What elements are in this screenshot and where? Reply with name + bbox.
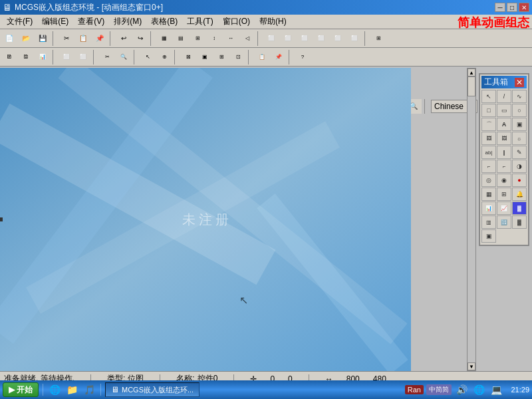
tray-icon-3[interactable]: 💻 (489, 382, 503, 397)
tb-btn4[interactable]: ↕ (206, 31, 222, 46)
tool-dot[interactable]: ● (512, 174, 527, 187)
tray-icon-1[interactable]: 🔊 (454, 382, 469, 397)
tb-btn3[interactable]: ⊞ (190, 31, 205, 46)
menu-array[interactable]: 排列(M) (110, 15, 146, 29)
tool-half-circle[interactable]: ◑ (512, 160, 527, 173)
toolbox-close-button[interactable]: ✕ (515, 78, 524, 87)
tool-highlight[interactable]: ▓ (512, 201, 527, 215)
tool-num[interactable]: 🔢 (497, 215, 511, 229)
tb2-btn16[interactable]: ? (295, 50, 311, 65)
tb-cut[interactable]: ✂ (59, 31, 74, 46)
tb2-btn5[interactable]: ⬜ (75, 50, 91, 65)
tb2-btn14[interactable]: 📋 (254, 50, 270, 65)
active-task-button[interactable]: 🖥 MCGS嵌入版组态环... (105, 382, 200, 397)
tb-btn12[interactable]: ⬜ (346, 31, 362, 46)
tool-grid1[interactable]: ▦ (481, 188, 496, 201)
menu-window[interactable]: 窗口(O) (219, 15, 254, 29)
ran-indicator[interactable]: Ran (405, 385, 424, 394)
tb-btn6[interactable]: ◁ (239, 31, 255, 46)
tray-icon-2[interactable]: 🌐 (471, 382, 486, 397)
tb-btn5[interactable]: ↔ (223, 31, 239, 46)
tool-grid2[interactable]: ⊞ (497, 188, 511, 201)
tool-chart1[interactable]: 📊 (481, 201, 496, 215)
tool-ellipse[interactable]: ○ (512, 104, 527, 117)
scroll-down-arrow[interactable]: ▼ (467, 362, 475, 370)
tool-table[interactable]: ▥ (481, 215, 496, 229)
ran-text: Ran (408, 386, 421, 394)
menu-file[interactable]: 文件(F) (3, 15, 37, 29)
maximize-button[interactable]: □ (507, 3, 517, 12)
tool-rect[interactable]: □ (481, 104, 496, 117)
tb2-btn15[interactable]: 📌 (271, 50, 287, 65)
tool-line[interactable]: / (497, 90, 511, 103)
tb2-btn6[interactable]: ✂ (99, 50, 115, 65)
start-button[interactable]: ▶ 开始 (3, 382, 39, 397)
quick-launch-media[interactable]: 🎵 (82, 382, 96, 397)
scroll-up-arrow[interactable]: ▲ (467, 68, 475, 76)
tool-component1[interactable]: 🖼 (481, 132, 496, 145)
tb-btn1[interactable]: ▦ (156, 31, 172, 46)
toolbox-title: 工具箱 ✕ (481, 76, 527, 88)
title-bar-controls[interactable]: ─ □ ✕ (495, 3, 529, 12)
tool-component3[interactable]: ☼ (512, 132, 527, 145)
tool-curve[interactable]: ∿ (512, 90, 527, 103)
tb-open[interactable]: 📂 (18, 31, 34, 46)
tb-new[interactable]: 📄 (1, 31, 17, 46)
main-canvas-area[interactable]: 未 注 册 ↖ (0, 68, 411, 371)
tool-bell[interactable]: 🔔 (512, 188, 527, 201)
tool-arc[interactable]: ⌒ (481, 118, 496, 131)
scroll-track[interactable] (467, 76, 475, 362)
tb2-btn9[interactable]: ⊕ (156, 50, 172, 65)
tool-select[interactable]: ↖ (481, 90, 496, 103)
tool-image2[interactable]: ▣ (481, 229, 496, 243)
menu-edit[interactable]: 编辑(E) (38, 15, 72, 29)
tb2-btn12[interactable]: ⊞ (213, 50, 229, 65)
tb2-btn4[interactable]: ⬜ (59, 50, 74, 65)
tool-component2[interactable]: 🖼 (497, 132, 511, 145)
tb2-btn1[interactable]: 🖹 (1, 50, 17, 65)
tb2-btn3[interactable]: 📊 (35, 50, 51, 65)
tb-btn9[interactable]: ⬜ (297, 31, 313, 46)
tb-btn10[interactable]: ⬜ (313, 31, 329, 46)
ime-indicator[interactable]: 中简简 (426, 384, 452, 395)
tb2-btn7[interactable]: 🔍 (116, 50, 132, 65)
tb2-btn2[interactable]: 🖺 (18, 50, 34, 65)
quick-launch-folder[interactable]: 📁 (65, 382, 79, 397)
tb-paste[interactable]: 📌 (92, 31, 108, 46)
tb2-btn13[interactable]: ⊡ (230, 50, 246, 65)
minimize-button[interactable]: ─ (495, 3, 505, 12)
tb-undo[interactable]: ↩ (116, 31, 132, 46)
tool-circle2[interactable]: ◉ (497, 174, 511, 187)
tb2-btn11[interactable]: ▣ (197, 50, 213, 65)
tb-save[interactable]: 💾 (35, 31, 51, 46)
tool-chart2[interactable]: 📈 (497, 201, 511, 215)
tool-input-box[interactable]: ab| (481, 146, 496, 159)
tb-copy[interactable]: 📋 (75, 31, 91, 46)
tb-btn7[interactable]: ⬜ (263, 31, 279, 46)
tool-image[interactable]: ▣ (512, 118, 527, 131)
tb2-btn10[interactable]: ⊠ (180, 50, 196, 65)
tb-btn13[interactable]: ⊞ (370, 31, 386, 46)
tool-angle2[interactable]: ⌐ (497, 160, 511, 173)
tool-circle1[interactable]: ◎ (481, 174, 496, 187)
tb-redo[interactable]: ↪ (132, 31, 148, 46)
main-scrollbar[interactable]: ▲ ▼ (467, 68, 476, 371)
tool-meter[interactable]: ‖ (497, 146, 511, 159)
tool-rounded-rect[interactable]: ▭ (497, 104, 511, 117)
tb2-btn8[interactable]: ↖ (140, 50, 156, 65)
close-button[interactable]: ✕ (519, 3, 529, 12)
tool-pen[interactable]: ✎ (512, 146, 527, 159)
tb-btn8[interactable]: ⬜ (280, 31, 296, 46)
menu-tools[interactable]: 工具(T) (183, 15, 217, 29)
menu-view[interactable]: 查看(V) (74, 15, 108, 29)
menu-help[interactable]: 帮助(H) (255, 15, 291, 29)
tb-btn11[interactable]: ⬜ (330, 31, 346, 46)
tool-pattern[interactable]: ▓ (512, 215, 527, 229)
scroll-thumb[interactable] (467, 76, 475, 96)
tb-btn2[interactable]: ▤ (173, 31, 189, 46)
toolbar2-sep-4 (174, 50, 178, 65)
tool-text[interactable]: A (497, 118, 511, 131)
tool-angle1[interactable]: ⌐ (481, 160, 496, 173)
menu-table[interactable]: 表格(B) (147, 15, 182, 29)
quick-launch-ie[interactable]: 🌐 (47, 382, 62, 397)
